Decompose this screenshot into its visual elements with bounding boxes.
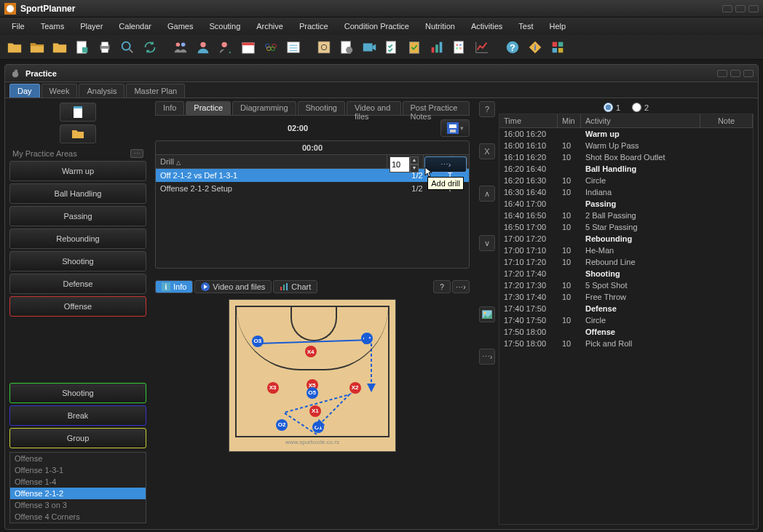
schedule-row[interactable]: 17:20 17:30105 Spot Shot	[499, 279, 753, 291]
radio-2[interactable]: 2	[632, 103, 649, 112]
clipboard-grid-icon[interactable]	[449, 37, 470, 57]
list-item[interactable]: Offense 3 on 3	[10, 499, 146, 511]
schedule-row[interactable]: 17:10 17:2010Rebound Line	[499, 256, 753, 268]
area-rebounding[interactable]: Rebounding	[9, 229, 146, 249]
subtab-diagramming[interactable]: Diagramming	[232, 101, 296, 115]
chart-line-icon[interactable]	[472, 37, 492, 57]
minutes-spinner[interactable]: ▲▼	[390, 156, 419, 172]
col-time[interactable]: Time	[499, 114, 558, 127]
calendar-icon[interactable]	[238, 37, 258, 57]
search-icon[interactable]	[117, 37, 138, 57]
list-item[interactable]: Offense	[10, 453, 146, 464]
user-edit-icon[interactable]	[216, 37, 236, 57]
area-defense[interactable]: Defense	[9, 274, 146, 294]
menu-activities[interactable]: Activities	[464, 20, 510, 33]
media-tab-video[interactable]: Video and files	[194, 280, 272, 293]
media-more-button[interactable]: ⋯›	[452, 280, 470, 293]
document-button[interactable]	[60, 103, 96, 122]
menu-practice[interactable]: Practice	[292, 20, 336, 33]
schedule-row[interactable]: 17:30 17:4010Free Throw	[499, 291, 753, 303]
window-minimize-button[interactable]	[722, 5, 732, 12]
list-item[interactable]: Offense 4 Corners	[10, 511, 146, 523]
spinner-down-button[interactable]: ▼	[410, 164, 419, 172]
list-item[interactable]: Offense 1-4	[10, 476, 146, 488]
sub-minimize-button[interactable]	[717, 70, 727, 77]
area-shooting[interactable]: Shooting	[9, 251, 146, 271]
image-button[interactable]	[479, 306, 495, 322]
offense-list[interactable]: OffenseOffense 1-3-1Offense 1-4Offense 2…	[9, 452, 146, 523]
print-icon[interactable]	[95, 37, 115, 57]
subtab-shooting[interactable]: Shooting	[298, 101, 345, 115]
menu-condition-practice[interactable]: Condition Practice	[337, 20, 416, 33]
move-down-button[interactable]: ∨	[479, 235, 495, 251]
document-new-icon[interactable]	[72, 37, 92, 57]
radio-1[interactable]: 1	[604, 103, 620, 112]
menu-test[interactable]: Test	[511, 20, 540, 33]
area-ball-handling[interactable]: Ball Handling	[9, 183, 146, 204]
window-maximize-button[interactable]	[735, 5, 746, 12]
schedule-category-row[interactable]: 16:20 16:40Ball Handling	[499, 163, 753, 175]
extra-shooting[interactable]: Shooting	[9, 383, 146, 403]
col-note[interactable]: Note	[700, 114, 753, 127]
video-icon[interactable]	[359, 37, 379, 57]
clipboard-check-icon[interactable]	[404, 37, 424, 57]
menu-file[interactable]: File	[4, 20, 32, 33]
schedule-row[interactable]: 16:20 16:3010Circle	[499, 175, 753, 186]
media-tab-chart[interactable]: Chart	[273, 280, 317, 293]
schedule-category-row[interactable]: 17:20 17:40Shooting	[499, 268, 753, 279]
checklist-icon[interactable]	[382, 37, 402, 57]
areas-more-button[interactable]: ⋯	[130, 149, 143, 158]
menu-player[interactable]: Player	[73, 20, 110, 33]
schedule-category-row[interactable]: 17:50 18:00Offense	[499, 326, 753, 338]
olympics-icon[interactable]	[261, 37, 281, 57]
menu-help[interactable]: Help	[542, 20, 574, 33]
right-help-button[interactable]: ?	[479, 101, 495, 117]
grid-colors-icon[interactable]	[547, 37, 568, 57]
menu-scouting[interactable]: Scouting	[202, 20, 248, 33]
area-passing[interactable]: Passing	[9, 206, 146, 226]
list-item[interactable]: Offense 2-1-2	[10, 488, 146, 499]
info-icon[interactable]: i	[525, 37, 545, 57]
remove-button[interactable]: X	[479, 143, 495, 159]
schedule-category-row[interactable]: 16:40 17:00Passing	[499, 198, 753, 210]
area-offense[interactable]: Offense	[9, 296, 146, 317]
extra-break[interactable]: Break	[9, 405, 146, 426]
subtab-video-and-files[interactable]: Video and files	[347, 101, 401, 115]
schedule-row[interactable]: 16:00 16:1010Warm Up Pass	[499, 140, 753, 151]
menu-nutrition[interactable]: Nutrition	[418, 20, 462, 33]
folder-button[interactable]	[60, 124, 96, 143]
schedule-row[interactable]: 16:40 16:50102 Ball Passing	[499, 210, 753, 221]
subtab-info[interactable]: Info	[155, 101, 184, 115]
col-activity[interactable]: Activity	[581, 114, 700, 127]
menu-teams[interactable]: Teams	[33, 20, 71, 33]
list-icon[interactable]	[283, 37, 304, 57]
schedule-row[interactable]: 17:00 17:1010He-Man	[499, 245, 753, 256]
folder-alt-icon[interactable]	[50, 37, 70, 57]
col-min[interactable]: Min	[558, 114, 581, 127]
save-button[interactable]: ▾	[440, 119, 470, 137]
subtab-practice[interactable]: Practice	[186, 101, 231, 115]
schedule-row[interactable]: 17:50 18:0010Pick and Roll	[499, 338, 753, 349]
court-icon[interactable]	[314, 37, 334, 57]
menu-games[interactable]: Games	[160, 20, 200, 33]
tab-master-plan[interactable]: Master Plan	[126, 84, 185, 98]
tab-analysis[interactable]: Analysis	[79, 84, 124, 98]
menu-archive[interactable]: Archive	[249, 20, 290, 33]
folder-icon[interactable]	[27, 37, 47, 57]
subtab-post-practice-notes[interactable]: Post Practice Notes	[403, 101, 470, 115]
user-icon[interactable]	[193, 37, 213, 57]
extra-group[interactable]: Group	[9, 428, 146, 448]
users-icon[interactable]	[170, 37, 191, 57]
schedule-category-row[interactable]: 17:00 17:20Rebounding	[499, 233, 753, 245]
whistle-icon[interactable]	[336, 37, 357, 57]
tab-day[interactable]: Day	[9, 84, 40, 98]
chart-icon[interactable]	[427, 37, 447, 57]
schedule-row[interactable]: 16:30 16:4010Indiana	[499, 186, 753, 198]
folder-open-icon[interactable]	[4, 37, 25, 57]
help-icon[interactable]: ?	[502, 37, 523, 57]
window-close-button[interactable]	[748, 5, 759, 12]
spinner-up-button[interactable]: ▲	[410, 156, 419, 164]
schedule-row[interactable]: 17:40 17:5010Circle	[499, 314, 753, 326]
move-up-button[interactable]: ∧	[479, 186, 495, 202]
minutes-input[interactable]	[390, 156, 410, 172]
